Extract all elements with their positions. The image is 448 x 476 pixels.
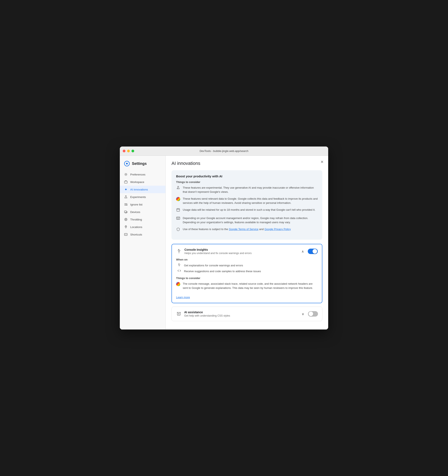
when-on-section: When on Get explanations for console war… [176,258,318,273]
google-icon-2 [176,282,180,288]
svg-point-1 [126,163,128,164]
ignore-list-icon [124,203,128,206]
svg-point-19 [177,188,178,188]
main-content: Settings Preferences Workspace ✦ AI inno… [120,156,328,329]
titlebar: DevTools - bubble-jingle.web.app/search [120,147,328,156]
workspace-icon [124,180,128,184]
ai-assistance-title-group: AI assistance Get help with understandin… [184,311,230,317]
tos-link[interactable]: Google Terms of Service [229,227,258,231]
minimize-window-button[interactable] [127,150,130,152]
info-text-google-data: These features send relevant data to Goo… [183,197,318,205]
things-title: Things to consider [176,277,318,280]
code-icon [177,269,181,273]
sidebar-label-ai-innovations: AI innovations [130,188,148,191]
info-text-tos: Use of these features is subject to the … [183,227,291,231]
sidebar-item-locations[interactable]: Locations [120,223,165,231]
sidebar-item-throttling[interactable]: Throttling [120,216,165,223]
sidebar: Settings Preferences Workspace ✦ AI inno… [120,156,166,329]
sidebar-item-ai-innovations[interactable]: ✦ AI innovations [120,186,165,193]
ai-assistance-header-left: AI assistance Get help with understandin… [176,311,230,317]
when-on-item-explanations: Get explanations for console warnings an… [176,263,318,267]
sidebar-item-experiments[interactable]: Experiments [120,193,165,201]
svg-rect-3 [125,181,127,183]
console-insights-title: Console Insights [184,248,251,251]
content-area: ✕ AI innovations Boost your productivity… [166,156,328,329]
sidebar-label-shortcuts: Shortcuts [130,233,142,236]
sidebar-item-workspace[interactable]: Workspace [120,178,165,186]
info-card-subtitle: Things to consider [176,181,318,184]
svg-rect-21 [176,217,180,220]
svg-point-24 [179,264,180,266]
sidebar-label-ignore-list: Ignore list [130,203,142,206]
console-insights-toggle[interactable] [308,249,318,254]
info-item-experimental: These features are experimental. They us… [176,186,318,194]
close-panel-button[interactable]: ✕ [319,159,325,165]
sidebar-item-ignore-list[interactable]: Ignore list [120,201,165,208]
console-insights-subtitle: Helps you understand and fix console war… [184,252,251,255]
svg-rect-16 [125,234,125,235]
bulb-icon [177,263,181,267]
svg-point-23 [179,253,179,253]
ai-assistance-title: AI assistance [184,311,230,314]
when-on-item-suggestions: Receive suggestions and code samples to … [176,269,318,273]
things-section: Things to consider The console message, … [176,277,318,290]
ai-assistance-subtitle: Get help with understanding CSS styles [184,314,230,317]
ai-innovations-icon: ✦ [124,187,128,191]
svg-point-25 [179,266,179,266]
close-window-button[interactable] [123,150,125,152]
svg-point-13 [125,219,126,220]
svg-point-22 [178,250,180,252]
things-item-google: The console message, associated stack tr… [176,282,318,290]
sidebar-label-devices: Devices [130,210,140,214]
maximize-window-button[interactable] [131,150,134,152]
sidebar-item-shortcuts[interactable]: Shortcuts [120,231,165,238]
ai-assistance-toggle[interactable] [308,311,318,317]
svg-point-2 [125,174,126,175]
sidebar-title: Settings [132,162,147,166]
console-insights-icon [176,249,182,254]
ai-assistance-controls: ∨ [301,311,318,317]
console-insights-title-group: Console Insights Helps you understand an… [184,248,251,255]
toggle-thumb [312,249,317,254]
sidebar-item-preferences[interactable]: Preferences [120,171,165,178]
svg-rect-18 [126,234,127,235]
devices-icon [124,210,128,214]
experimental-icon [176,186,180,191]
svg-rect-4 [125,204,127,204]
sidebar-label-locations: Locations [130,226,142,229]
console-insights-card: Console Insights Helps you understand an… [171,244,322,303]
devtools-window: DevTools - bubble-jingle.web.app/search … [120,147,328,329]
sidebar-label-throttling: Throttling [130,218,142,221]
throttling-icon [124,218,128,221]
page-title: AI innovations [171,161,322,166]
console-insights-collapse-button[interactable]: ∧ [301,249,305,254]
sidebar-label-workspace: Workspace [130,181,144,184]
svg-rect-17 [126,234,126,235]
console-insights-controls: ∧ [301,249,318,254]
console-insights-header: Console Insights Helps you understand an… [176,248,318,255]
ai-assistance-expand-button[interactable]: ∨ [301,311,305,317]
info-item-tos: Use of these features is subject to the … [176,227,318,232]
info-item-account: Depending on your Google account managem… [176,216,318,224]
info-item-google-data: These features send relevant data to Goo… [176,197,318,205]
ai-toggle-thumb [309,312,313,316]
learn-more-link[interactable]: Learn more [176,296,190,299]
info-text-account: Depending on your Google account managem… [183,216,318,224]
ai-assistance-icon [176,311,182,317]
svg-rect-20 [177,209,180,211]
console-insights-header-left: Console Insights Helps you understand an… [176,248,251,255]
info-text-retention: Usage data will be retained for up to 18… [183,208,315,212]
when-on-text-explanations: Get explanations for console warnings an… [184,264,243,267]
sidebar-item-devices[interactable]: Devices [120,208,165,216]
svg-rect-9 [125,211,126,213]
sidebar-label-preferences: Preferences [130,173,145,176]
info-card-title: Boost your productivity with AI [176,175,318,178]
when-on-title: When on [176,258,318,261]
privacy-link[interactable]: Google Privacy Policy [264,227,291,231]
shortcuts-icon [124,232,128,236]
sidebar-header: Settings [120,159,165,171]
preferences-icon [124,173,128,176]
svg-rect-10 [127,211,128,213]
google-icon-1 [176,197,180,203]
locations-icon [124,225,128,229]
